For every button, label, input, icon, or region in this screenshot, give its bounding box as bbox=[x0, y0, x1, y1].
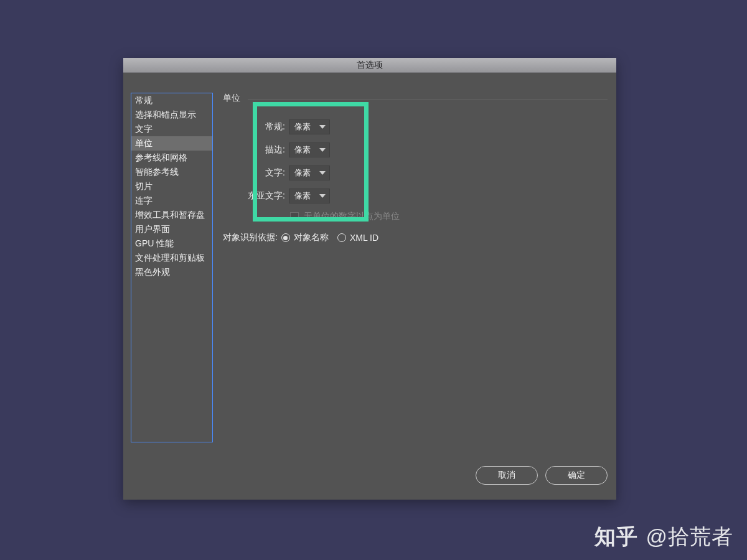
chevron-down-icon bbox=[319, 171, 326, 175]
sidebar-item-hyphenation[interactable]: 连字 bbox=[131, 194, 212, 208]
sidebar-item-file-clipboard[interactable]: 文件处理和剪贴板 bbox=[131, 251, 212, 265]
radio-object-name[interactable]: 对象名称 bbox=[281, 232, 329, 243]
section-divider bbox=[248, 100, 608, 100]
watermark-author: @拾荒者 bbox=[646, 523, 733, 551]
checkbox-label: 无单位的数字以点为单位 bbox=[304, 211, 400, 222]
section-title-units: 单位 bbox=[223, 93, 240, 106]
select-type-value: 像素 bbox=[294, 167, 311, 179]
row-east-asian-units: 东亚文字: 像素 bbox=[223, 184, 608, 207]
cancel-button[interactable]: 取消 bbox=[476, 466, 538, 485]
sidebar-item-units[interactable]: 单位 bbox=[131, 136, 212, 151]
sidebar-item-black-appearance[interactable]: 黑色外观 bbox=[131, 265, 212, 279]
row-stroke-units: 描边: 像素 bbox=[223, 138, 608, 161]
chevron-down-icon bbox=[319, 148, 326, 152]
chevron-down-icon bbox=[319, 194, 326, 198]
chevron-down-icon bbox=[319, 125, 326, 129]
row-type-units: 文字: 像素 bbox=[223, 161, 608, 184]
sidebar-item-user-interface[interactable]: 用户界面 bbox=[131, 222, 212, 236]
watermark-brand: 知乎 bbox=[594, 523, 638, 551]
sidebar-item-slices[interactable]: 切片 bbox=[131, 179, 212, 194]
checkbox-numbers-without-units[interactable] bbox=[290, 212, 299, 221]
sidebar-item-smart-guides[interactable]: 智能参考线 bbox=[131, 165, 212, 179]
row-numbers-without-units: 无单位的数字以点为单位 bbox=[223, 207, 608, 226]
select-east-asian-units[interactable]: 像素 bbox=[289, 189, 330, 203]
sidebar-item-general[interactable]: 常规 bbox=[131, 93, 212, 108]
label-east-asian: 东亚文字: bbox=[223, 190, 289, 202]
label-general: 常规: bbox=[223, 121, 289, 133]
radio-ring-icon bbox=[337, 233, 346, 242]
select-general-value: 像素 bbox=[294, 121, 311, 133]
radio-ring-icon bbox=[281, 233, 290, 242]
sidebar-item-guides-grid[interactable]: 参考线和网格 bbox=[131, 151, 212, 165]
preferences-content: 单位 常规: 像素 描边: 像素 bbox=[223, 93, 608, 431]
dialog-body: 常规 选择和锚点显示 文字 单位 参考线和网格 智能参考线 切片 连字 增效工具… bbox=[123, 73, 616, 500]
sidebar-item-plugins-scratch[interactable]: 增效工具和暂存盘 bbox=[131, 208, 212, 222]
radio-object-name-label: 对象名称 bbox=[294, 232, 329, 243]
row-identify-objects: 对象识别依据: 对象名称 XML ID bbox=[223, 232, 608, 243]
select-general-units[interactable]: 像素 bbox=[289, 119, 330, 134]
select-type-units[interactable]: 像素 bbox=[289, 166, 330, 180]
preferences-dialog: 首选项 常规 选择和锚点显示 文字 单位 参考线和网格 智能参考线 切片 连字 … bbox=[123, 58, 616, 500]
dialog-footer: 取消 确定 bbox=[476, 466, 608, 485]
label-identify-objects: 对象识别依据: bbox=[223, 232, 278, 243]
sidebar-item-selection-anchor[interactable]: 选择和锚点显示 bbox=[131, 108, 212, 122]
select-stroke-units[interactable]: 像素 bbox=[289, 142, 330, 157]
preferences-sidebar: 常规 选择和锚点显示 文字 单位 参考线和网格 智能参考线 切片 连字 增效工具… bbox=[131, 93, 213, 442]
label-stroke: 描边: bbox=[223, 144, 289, 156]
dialog-titlebar[interactable]: 首选项 bbox=[123, 58, 616, 73]
select-east-asian-value: 像素 bbox=[294, 190, 311, 202]
row-general-units: 常规: 像素 bbox=[223, 115, 608, 138]
select-stroke-value: 像素 bbox=[294, 144, 311, 156]
watermark: 知乎 @拾荒者 bbox=[594, 523, 733, 551]
dialog-title: 首选项 bbox=[357, 60, 383, 71]
sidebar-item-gpu-performance[interactable]: GPU 性能 bbox=[131, 236, 212, 251]
label-type: 文字: bbox=[223, 167, 289, 179]
ok-button[interactable]: 确定 bbox=[545, 466, 608, 485]
radio-xml-id-label: XML ID bbox=[350, 233, 378, 243]
radio-xml-id[interactable]: XML ID bbox=[337, 233, 378, 243]
sidebar-item-type[interactable]: 文字 bbox=[131, 122, 212, 136]
